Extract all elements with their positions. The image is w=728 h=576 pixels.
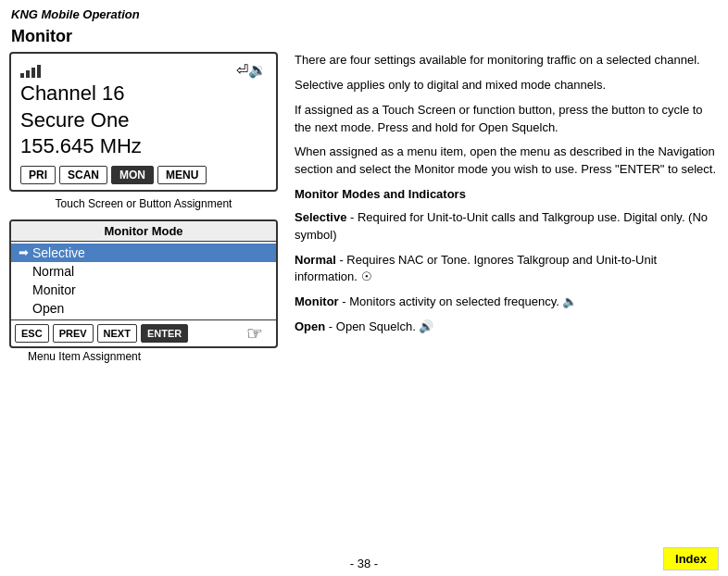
- selective-para: Selective - Required for Unit-to-Unit ca…: [295, 209, 719, 244]
- mon-button[interactable]: MON: [111, 166, 154, 184]
- normal-label: Normal: [295, 253, 336, 267]
- menu-button[interactable]: MENU: [157, 166, 207, 184]
- menu-item-selective[interactable]: ➡ Selective: [11, 244, 276, 262]
- monitor-menu-title: Monitor Mode: [11, 221, 276, 242]
- radio-display: ⏎🔉 Channel 16 Secure One 155.645 MHz PRI…: [9, 52, 278, 192]
- open-text: - Open Squelch.: [325, 319, 419, 333]
- monitor-speaker-icon: 🔈: [562, 294, 577, 308]
- scan-button[interactable]: SCAN: [59, 166, 107, 184]
- monitor-menu-box: Monitor Mode ➡ Selective ➡ Normal ➡ Moni…: [9, 219, 278, 348]
- section-title: Monitor: [0, 23, 728, 52]
- open-label: Open: [295, 319, 325, 333]
- menu-item-selective-label: Selective: [32, 245, 85, 260]
- section-title-text: Monitor: [11, 27, 72, 45]
- open-speaker-icon: 🔊: [419, 319, 433, 333]
- menu-item-normal-label: Normal: [32, 264, 74, 279]
- normal-icon: ☉: [361, 269, 372, 283]
- left-column: ⏎🔉 Channel 16 Secure One 155.645 MHz PRI…: [9, 52, 278, 363]
- menu-item-open-label: Open: [32, 301, 64, 316]
- page-number: - 38 -: [350, 557, 378, 570]
- right-column: There are four settings available for mo…: [287, 52, 719, 363]
- index-label: Index: [675, 552, 707, 566]
- header-title: KNG Mobile Operation: [11, 7, 140, 21]
- open-para: Open - Open Squelch. 🔊: [295, 319, 719, 336]
- index-button[interactable]: Index: [663, 547, 719, 570]
- menu-arrow-icon: ➡: [19, 245, 29, 259]
- monitor-menu-buttons: ESC PREV NEXT ENTER ☞: [11, 319, 276, 346]
- monitor-label: Monitor: [295, 294, 339, 308]
- pri-button[interactable]: PRI: [20, 166, 56, 184]
- modes-heading: Monitor Modes and Indicators: [295, 186, 719, 204]
- prev-button[interactable]: PREV: [53, 324, 94, 343]
- channel-line2: Secure One: [20, 107, 267, 134]
- finger-icon: ☞: [192, 324, 272, 343]
- menu-item-monitor-label: Monitor: [32, 282, 76, 297]
- menu-item-monitor[interactable]: ➡ Monitor: [11, 281, 276, 299]
- speaker-icon: ⏎🔉: [236, 61, 267, 79]
- radio-top-icons: ⏎🔉: [20, 61, 267, 79]
- touch-caption: Touch Screen or Button Assignment: [9, 197, 278, 210]
- channel-line3: 155.645 MHz: [20, 133, 267, 160]
- next-button[interactable]: NEXT: [97, 324, 137, 343]
- monitor-menu-items: ➡ Selective ➡ Normal ➡ Monitor ➡ Open: [11, 242, 276, 319]
- page-header: KNG Mobile Operation: [0, 0, 728, 23]
- footer: - 38 -: [0, 551, 728, 576]
- menu-item-open[interactable]: ➡ Open: [11, 299, 276, 318]
- para2: Selective applies only to digital and mi…: [295, 77, 719, 94]
- para4: When assigned as a menu item, open the m…: [295, 144, 719, 179]
- menu-item-normal[interactable]: ➡ Normal: [11, 262, 276, 281]
- normal-para: Normal - Requires NAC or Tone. Ignores T…: [295, 252, 719, 287]
- menu-caption: Menu Item Assignment: [9, 350, 278, 363]
- enter-button[interactable]: ENTER: [141, 324, 188, 343]
- para1: There are four settings available for mo…: [295, 52, 719, 69]
- radio-buttons: PRI SCAN MON MENU: [20, 166, 267, 184]
- para3: If assigned as a Touch Screen or functio…: [295, 102, 719, 137]
- channel-line1: Channel 16: [20, 81, 267, 107]
- monitor-para: Monitor - Monitors activity on selected …: [295, 294, 719, 311]
- radio-channel-text: Channel 16 Secure One 155.645 MHz: [20, 81, 267, 160]
- normal-text: - Requires NAC or Tone. Ignores Talkgrou…: [295, 253, 657, 284]
- esc-button[interactable]: ESC: [15, 324, 49, 343]
- monitor-text: - Monitors activity on selected frequenc…: [339, 294, 563, 308]
- selective-text: - Required for Unit-to-Unit calls and Ta…: [295, 210, 708, 242]
- signal-icon: [20, 63, 41, 78]
- selective-label: Selective: [295, 210, 346, 224]
